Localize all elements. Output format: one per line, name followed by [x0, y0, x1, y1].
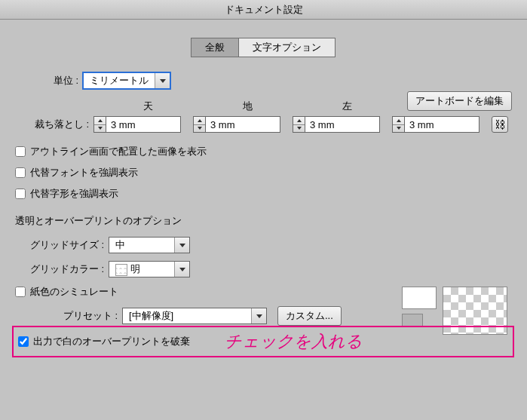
bleed-bottom-input[interactable] [205, 116, 280, 133]
swatch-pattern-icon [115, 264, 127, 276]
tab-type-options[interactable]: 文字オプション [238, 38, 336, 57]
bleed-header-top: 天 [98, 100, 198, 113]
window-title: ドキュメント設定 [225, 3, 303, 17]
simulate-paper-label: 紙色のシミュレート [30, 285, 118, 299]
bleed-top-input[interactable] [106, 116, 181, 133]
titlebar: ドキュメント設定 [0, 0, 527, 20]
highlight-glyphs-label: 代替字形を強調表示 [30, 187, 118, 201]
check-list: アウトライン画面で配置した画像を表示 代替フォントを強調表示 代替字形を強調表示 [15, 145, 512, 201]
spinner-buttons[interactable] [193, 116, 205, 133]
spinner-buttons[interactable] [392, 116, 404, 133]
grid-color-label: グリッドカラー : [15, 262, 109, 276]
chevron-up-icon[interactable] [293, 117, 305, 124]
units-label: 単位 : [15, 74, 83, 87]
grid-size-row: グリッドサイズ : 中 [15, 237, 512, 253]
link-icon: ⛓ [495, 118, 505, 130]
units-value: ミリメートル [84, 74, 155, 87]
bleed-header-left: 左 [297, 100, 397, 113]
grid-color-row: グリッドカラー : 明 [15, 261, 512, 277]
tabs: 全般 文字オプション [15, 38, 512, 57]
grid-color-value: 明 [109, 262, 174, 276]
units-row: 単位 : ミリメートル [15, 72, 512, 89]
tab-general[interactable]: 全般 [191, 38, 239, 57]
grid-size-value: 中 [109, 238, 174, 252]
highlight-fonts-row[interactable]: 代替フォントを強調表示 [15, 166, 512, 179]
preset-value: [中解像度] [123, 309, 251, 323]
bleed-header-bottom: 地 [198, 100, 297, 113]
grid-size-select[interactable]: 中 [109, 237, 190, 253]
link-bleed-button[interactable]: ⛓ [492, 116, 508, 133]
bleed-top-spinner[interactable] [93, 116, 181, 133]
spinner-buttons[interactable] [93, 116, 106, 133]
outline-images-checkbox[interactable] [15, 146, 26, 157]
chevron-down-icon[interactable] [393, 124, 404, 133]
highlight-fonts-checkbox[interactable] [15, 167, 26, 178]
content-area: 全般 文字オプション 単位 : ミリメートル アートボードを編集 天 地 左 右… [0, 20, 527, 339]
grid-swatch-dark[interactable] [402, 314, 423, 327]
custom-preset-button[interactable]: カスタム... [277, 306, 342, 326]
bleed-right-spinner[interactable] [392, 116, 480, 133]
outline-images-label: アウトライン画面で配置した画像を表示 [30, 145, 207, 158]
chevron-up-icon[interactable] [94, 117, 106, 124]
bleed-label: 裁ち落とし : [15, 118, 93, 131]
transparency-section-title: 透明とオーバープリントのオプション [15, 214, 512, 228]
grid-size-label: グリッドサイズ : [15, 238, 109, 252]
spinner-buttons[interactable] [293, 116, 305, 133]
preset-label: プリセット : [15, 309, 122, 323]
highlight-glyphs-row[interactable]: 代替字形を強調表示 [15, 187, 512, 201]
bleed-left-spinner[interactable] [293, 116, 380, 133]
chevron-down-icon [174, 262, 189, 277]
preset-select[interactable]: [中解像度] [122, 308, 267, 324]
highlight-fonts-label: 代替フォントを強調表示 [30, 166, 138, 179]
preset-row: プリセット : [中解像度] カスタム... [15, 306, 512, 326]
bleed-left-input[interactable] [305, 116, 380, 133]
annotation-highlight: 出力で白のオーバープリントを破棄 チェックを入れる [12, 326, 514, 357]
grid-swatch-light[interactable] [402, 287, 437, 309]
discard-white-overprint-label: 出力で白のオーバープリントを破棄 [33, 335, 190, 348]
chevron-up-icon[interactable] [393, 117, 404, 124]
chevron-down-icon[interactable] [293, 124, 305, 133]
chevron-up-icon[interactable] [194, 117, 205, 124]
simulate-paper-checkbox[interactable] [15, 287, 26, 297]
annotation-text: チェックを入れる [225, 330, 363, 353]
units-select[interactable]: ミリメートル [83, 72, 170, 89]
discard-white-overprint-row[interactable]: 出力で白のオーバープリントを破棄 [18, 335, 190, 348]
chevron-down-icon [155, 73, 170, 88]
highlight-glyphs-checkbox[interactable] [15, 189, 26, 199]
outline-images-row[interactable]: アウトライン画面で配置した画像を表示 [15, 145, 512, 158]
grid-color-previews [402, 287, 437, 327]
chevron-down-icon [174, 238, 189, 253]
bleed-right-input[interactable] [404, 116, 480, 133]
transparency-grid-preview [443, 287, 507, 335]
discard-white-overprint-checkbox[interactable] [18, 336, 29, 347]
simulate-paper-row[interactable]: 紙色のシミュレート [15, 285, 512, 299]
grid-color-select[interactable]: 明 [109, 261, 190, 277]
chevron-down-icon[interactable] [94, 124, 106, 133]
chevron-down-icon [251, 308, 266, 323]
edit-artboards-button[interactable]: アートボードを編集 [407, 91, 512, 111]
bleed-bottom-spinner[interactable] [193, 116, 280, 133]
chevron-down-icon[interactable] [194, 124, 205, 133]
document-setup-window: ドキュメント設定 全般 文字オプション 単位 : ミリメートル アートボードを編… [0, 0, 527, 420]
